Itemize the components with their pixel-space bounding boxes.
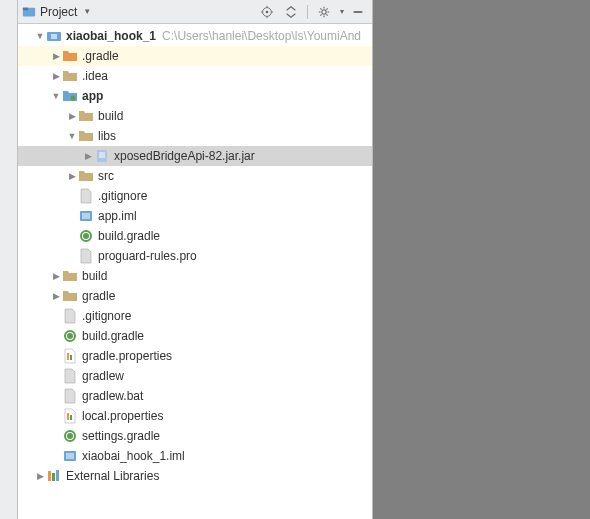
folder-icon — [62, 68, 78, 84]
folder-icon — [62, 268, 78, 284]
item-label: .gitignore — [98, 189, 147, 203]
tree-item-build-gradle[interactable]: build.gradle — [18, 326, 372, 346]
svg-rect-18 — [82, 213, 90, 219]
svg-rect-32 — [52, 473, 55, 481]
tree-item-app-libs[interactable]: ▼ libs — [18, 126, 372, 146]
panel-title: Project — [40, 5, 77, 19]
chevron-right-icon[interactable]: ▶ — [66, 171, 78, 181]
item-label: build — [98, 109, 123, 123]
item-label: build — [82, 269, 107, 283]
file-icon — [62, 388, 78, 404]
folder-icon — [78, 168, 94, 184]
tree-item-app-src[interactable]: ▶ src — [18, 166, 372, 186]
root-name: xiaobai_hook_1 — [66, 29, 156, 43]
svg-point-28 — [68, 434, 72, 438]
svg-rect-30 — [66, 453, 74, 459]
item-label: build.gradle — [98, 229, 160, 243]
tree-item-project-iml[interactable]: xiaobai_hook_1.iml — [18, 446, 372, 466]
chevron-down-icon[interactable]: ▼ — [50, 91, 62, 101]
folder-icon — [78, 108, 94, 124]
tree-item-settings-gradle[interactable]: settings.gradle — [18, 426, 372, 446]
left-gutter — [0, 0, 18, 519]
tree-root[interactable]: ▼ xiaobai_hook_1 C:\Users\hanlei\Desktop… — [18, 26, 372, 46]
item-label: app — [82, 89, 103, 103]
separator — [307, 5, 308, 19]
tree-item-gradle-properties[interactable]: gradle.properties — [18, 346, 372, 366]
item-label: xiaobai_hook_1.iml — [82, 449, 185, 463]
tree-item-app-iml[interactable]: app.iml — [18, 206, 372, 226]
project-tree[interactable]: ▼ xiaobai_hook_1 C:\Users\hanlei\Desktop… — [18, 24, 372, 519]
item-label: proguard-rules.pro — [98, 249, 197, 263]
item-label: local.properties — [82, 409, 163, 423]
tree-item-gradle[interactable]: ▶ gradle — [18, 286, 372, 306]
file-icon — [78, 248, 94, 264]
item-label: .idea — [82, 69, 108, 83]
chevron-right-icon[interactable]: ▶ — [34, 471, 46, 481]
tree-item-xposed-jar[interactable]: ▶ xposedBridgeApi-82.jar.jar — [18, 146, 372, 166]
panel-header: Project ▼ ▾ — [18, 0, 372, 24]
svg-point-3 — [266, 10, 269, 13]
svg-rect-31 — [48, 471, 51, 481]
tree-item-build[interactable]: ▶ build — [18, 266, 372, 286]
item-label: settings.gradle — [82, 429, 160, 443]
chevron-right-icon[interactable]: ▶ — [50, 291, 62, 301]
dropdown-icon[interactable]: ▼ — [83, 7, 91, 16]
svg-point-20 — [84, 234, 88, 238]
svg-rect-25 — [67, 413, 69, 420]
tree-item-local-properties[interactable]: local.properties — [18, 406, 372, 426]
chevron-right-icon[interactable]: ▶ — [50, 51, 62, 61]
chevron-right-icon[interactable]: ▶ — [50, 71, 62, 81]
tree-item-proguard[interactable]: proguard-rules.pro — [18, 246, 372, 266]
tree-item-app-build[interactable]: ▶ build — [18, 106, 372, 126]
project-icon — [22, 5, 36, 19]
file-icon — [62, 308, 78, 324]
tree-item-gradlew-bat[interactable]: gradlew.bat — [18, 386, 372, 406]
module-icon — [46, 28, 62, 44]
module-folder-icon — [62, 88, 78, 104]
root-path: C:\Users\hanlei\Desktop\ls\YoumiAnd — [162, 29, 361, 43]
gear-icon[interactable] — [314, 3, 334, 21]
item-label: build.gradle — [82, 329, 144, 343]
tree-item-external-libs[interactable]: ▶ External Libraries — [18, 466, 372, 486]
gear-dropdown-icon[interactable]: ▾ — [340, 7, 344, 16]
svg-rect-9 — [354, 11, 363, 13]
svg-rect-1 — [23, 7, 28, 10]
chevron-right-icon[interactable]: ▶ — [82, 151, 94, 161]
chevron-right-icon[interactable]: ▶ — [50, 271, 62, 281]
item-label: app.iml — [98, 209, 137, 223]
svg-point-22 — [68, 334, 72, 338]
tree-item-gradlew[interactable]: gradlew — [18, 366, 372, 386]
item-label: External Libraries — [66, 469, 159, 483]
editor-area — [373, 0, 590, 519]
svg-rect-24 — [70, 355, 72, 360]
libraries-icon — [46, 468, 62, 484]
folder-icon — [62, 288, 78, 304]
folder-icon — [78, 128, 94, 144]
hide-icon[interactable] — [348, 3, 368, 21]
item-label: gradlew.bat — [82, 389, 143, 403]
collapse-icon[interactable] — [281, 3, 301, 21]
tree-item-app-gitignore[interactable]: .gitignore — [18, 186, 372, 206]
svg-rect-13 — [97, 150, 107, 162]
item-label: src — [98, 169, 114, 183]
item-label: gradle.properties — [82, 349, 172, 363]
svg-rect-23 — [67, 353, 69, 360]
tree-item-app-build-gradle[interactable]: build.gradle — [18, 226, 372, 246]
gradle-icon — [62, 428, 78, 444]
properties-icon — [62, 348, 78, 364]
properties-icon — [62, 408, 78, 424]
chevron-down-icon[interactable]: ▼ — [66, 131, 78, 141]
tree-item-gradle-dir[interactable]: ▶ .gradle — [18, 46, 372, 66]
tree-item-gitignore[interactable]: .gitignore — [18, 306, 372, 326]
tree-item-app[interactable]: ▼ app — [18, 86, 372, 106]
tree-item-idea[interactable]: ▶ .idea — [18, 66, 372, 86]
chevron-down-icon[interactable]: ▼ — [34, 31, 46, 41]
locate-icon[interactable] — [257, 3, 277, 21]
folder-icon — [62, 48, 78, 64]
item-label: xposedBridgeApi-82.jar.jar — [114, 149, 255, 163]
jar-icon — [94, 148, 110, 164]
chevron-right-icon[interactable]: ▶ — [66, 111, 78, 121]
iml-icon — [78, 208, 94, 224]
item-label: .gradle — [82, 49, 119, 63]
iml-icon — [62, 448, 78, 464]
